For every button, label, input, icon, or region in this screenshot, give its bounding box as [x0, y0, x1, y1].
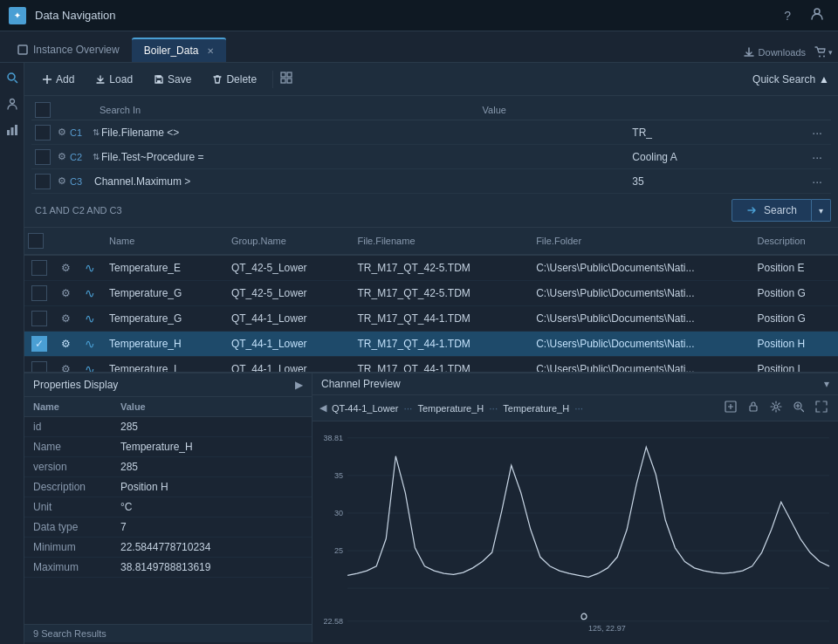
row-name-3: Temperature_H — [102, 332, 224, 357]
row-gear-4[interactable]: ⚙ — [54, 357, 78, 373]
quick-search-toggle[interactable]: Quick Search ▲ — [752, 73, 829, 86]
c3-checkbox[interactable] — [35, 174, 51, 189]
c2-checkbox[interactable] — [35, 149, 51, 165]
c1-more-icon[interactable]: ··· — [807, 126, 828, 140]
wave-icon-1: ∿ — [85, 286, 95, 300]
row-check-4[interactable] — [31, 361, 47, 372]
downloads-btn[interactable]: Downloads — [743, 46, 806, 58]
sidebar-item-chart[interactable] — [4, 122, 20, 138]
grid-view-button[interactable] — [280, 72, 292, 86]
svg-point-4 — [8, 73, 15, 80]
load-button[interactable]: Load — [86, 70, 141, 89]
row-gear-3[interactable]: ⚙ — [54, 332, 78, 357]
select-all-checkbox[interactable] — [35, 102, 51, 118]
results-row-2[interactable]: ⚙ ∿ Temperature_G QT_44-1_Lower TR_M17_Q… — [24, 306, 838, 332]
properties-expand-icon[interactable]: ▶ — [295, 379, 303, 391]
user-icon[interactable] — [805, 7, 829, 24]
c2-value[interactable]: Cooling A — [632, 151, 807, 163]
tab-close-icon[interactable]: ✕ — [207, 46, 214, 56]
c2-more-icon[interactable]: ··· — [807, 150, 828, 164]
chevron-up-icon: ▲ — [819, 73, 829, 86]
chart-lock-icon[interactable] — [744, 399, 763, 417]
save-button[interactable]: Save — [145, 70, 200, 89]
row-description-0: Position E — [751, 255, 838, 281]
c2-checkbox-cell — [35, 149, 54, 165]
th-select-all[interactable] — [24, 228, 54, 255]
prop-row-2: version 285 — [24, 457, 312, 477]
downloads-label: Downloads — [759, 47, 806, 58]
row-checkbox-3[interactable]: ✓ — [24, 332, 54, 357]
delete-button[interactable]: Delete — [203, 70, 265, 89]
row-gear-1[interactable]: ⚙ — [54, 281, 78, 306]
results-select-all-checkbox[interactable] — [28, 233, 44, 249]
tab-instance-overview[interactable]: Instance Overview — [5, 38, 132, 62]
chart-tab2[interactable]: Temperature_H — [417, 403, 484, 414]
row-checkbox-2[interactable] — [24, 306, 54, 332]
c3-more-icon[interactable]: ··· — [807, 175, 828, 188]
row-name-2: Temperature_G — [102, 306, 224, 332]
add-button[interactable]: Add — [33, 70, 83, 89]
row-gear-0[interactable]: ⚙ — [54, 255, 78, 281]
prop-row-7: Maximum 38.8149788813619 — [24, 558, 312, 578]
row-checkbox-4[interactable] — [24, 357, 54, 373]
c1-checkbox[interactable] — [35, 125, 51, 140]
th-folder[interactable]: File.Folder — [529, 228, 750, 255]
row-check-3[interactable]: ✓ — [31, 336, 47, 352]
results-row-0[interactable]: ⚙ ∿ Temperature_E QT_42-5_Lower TR_M17_Q… — [24, 255, 838, 281]
chart-settings-icon[interactable] — [766, 399, 786, 417]
chart-zoom-icon[interactable] — [789, 399, 808, 417]
chart-fullscreen-icon[interactable] — [812, 399, 831, 417]
chart-dropdown-icon[interactable]: ▾ — [824, 378, 829, 390]
c1-field[interactable]: File.Filename <> — [101, 127, 632, 139]
c2-field[interactable]: File.Test~Procedure = — [101, 151, 632, 163]
svg-point-0 — [814, 9, 820, 14]
row-check-0[interactable] — [31, 260, 47, 276]
row-folder-3: C:\Users\Public\Documents\Nati... — [529, 332, 750, 357]
row-gear-2[interactable]: ⚙ — [54, 306, 78, 332]
help-icon[interactable]: ? — [779, 9, 796, 23]
search-dropdown-button[interactable]: ▾ — [812, 199, 831, 222]
sidebar-item-person[interactable] — [4, 96, 20, 112]
c3-id: C3 — [70, 176, 91, 187]
c2-gear-icon[interactable]: ⚙ — [58, 151, 66, 162]
header-search-in: Search In — [100, 105, 483, 115]
th-description[interactable]: Description — [751, 228, 838, 255]
th-filename[interactable]: File.Filename — [350, 228, 529, 255]
cart-btn[interactable]: ▾ — [814, 46, 833, 58]
svg-point-5 — [10, 99, 14, 104]
results-row-3[interactable]: ✓ ⚙ ∿ Temperature_H QT_44-1_Lower TR_M17… — [24, 332, 838, 357]
load-label: Load — [109, 73, 133, 86]
chart-nav-icon[interactable]: ◀ — [319, 402, 326, 414]
search-button[interactable]: Search — [732, 199, 812, 222]
c1-gear-icon[interactable]: ⚙ — [58, 127, 66, 138]
row-folder-4: C:\Users\Public\Documents\Nati... — [529, 357, 750, 373]
c3-field[interactable]: Channel.Maximum > — [94, 175, 632, 188]
row-check-1[interactable] — [31, 285, 47, 301]
chart-tab3[interactable]: Temperature_H — [503, 403, 569, 414]
chart-export-icon[interactable] — [721, 399, 740, 417]
th-name[interactable]: Name — [102, 228, 224, 255]
th-group[interactable]: Group.Name — [224, 228, 351, 255]
sidebar-item-search[interactable] — [4, 70, 20, 86]
row-checkbox-1[interactable] — [24, 281, 54, 306]
results-row-1[interactable]: ⚙ ∿ Temperature_G QT_42-5_Lower TR_M17_Q… — [24, 281, 838, 306]
c1-value[interactable]: TR_ — [632, 127, 807, 139]
svg-rect-7 — [10, 127, 13, 135]
results-row-4[interactable]: ⚙ ∿ Temperature_I QT_44-1_Lower TR_M17_Q… — [24, 357, 838, 373]
prop-row-4: Unit °C — [24, 497, 312, 517]
c3-value[interactable]: 35 — [632, 175, 807, 188]
cart-arrow: ▾ — [828, 48, 833, 57]
svg-rect-12 — [157, 75, 161, 78]
header-checkbox-cell — [35, 102, 54, 118]
row-checkbox-0[interactable] — [24, 255, 54, 281]
tab-boiler-data[interactable]: Boiler_Data ✕ — [132, 38, 227, 62]
svg-rect-18 — [750, 406, 757, 411]
toolbar-sep-1 — [272, 71, 273, 88]
row-group-2: QT_44-1_Lower — [224, 306, 351, 332]
chart-tab1[interactable]: QT-44-1_Lower — [332, 403, 398, 414]
c3-gear-icon[interactable]: ⚙ — [58, 175, 66, 187]
row-check-2[interactable] — [31, 311, 47, 326]
svg-rect-13 — [281, 72, 285, 77]
prop-name-5: Data type — [24, 517, 112, 538]
c1-id: C1 — [70, 127, 91, 138]
